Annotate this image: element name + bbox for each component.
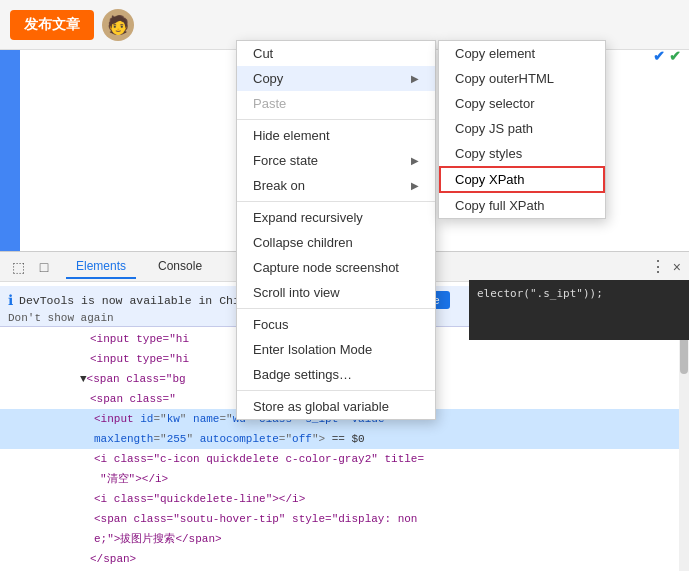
info-icon: ℹ xyxy=(8,292,13,309)
menu-item-paste[interactable]: Paste xyxy=(237,91,435,116)
device-icon[interactable]: □ xyxy=(34,257,54,277)
menu-separator xyxy=(237,390,435,391)
check-blue-icon: ✔ xyxy=(653,48,665,64)
cursor-icon[interactable]: ⬚ xyxy=(8,257,28,277)
arrow-right-icon: ▶ xyxy=(411,73,419,84)
scrollbar[interactable] xyxy=(679,312,689,571)
more-options-icon[interactable]: ⋮ xyxy=(650,257,665,276)
arrow-right-icon: ▶ xyxy=(411,180,419,191)
menu-item-copy-element[interactable]: Copy element xyxy=(439,41,605,66)
js-output: elector(".s_ipt")); xyxy=(469,280,689,340)
tab-console[interactable]: Console xyxy=(148,255,212,279)
check-green-icon: ✔ xyxy=(669,48,681,64)
menu-item-isolation-mode[interactable]: Enter Isolation Mode xyxy=(237,337,435,362)
menu-item-copy-xpath[interactable]: Copy XPath xyxy=(439,166,605,193)
copy-submenu: Copy element Copy outerHTML Copy selecto… xyxy=(438,40,606,219)
menu-item-focus[interactable]: Focus xyxy=(237,312,435,337)
publish-button[interactable]: 发布文章 xyxy=(10,10,94,40)
code-line: <i class="c-icon quickdelete c-color-gra… xyxy=(0,449,689,469)
code-line: e;">拔图片搜索</span> xyxy=(0,529,689,549)
menu-item-expand-recursively[interactable]: Expand recursively xyxy=(237,205,435,230)
code-line: "清空">​</i> xyxy=(0,469,689,489)
menu-item-badge-settings[interactable]: Badge settings… xyxy=(237,362,435,387)
menu-separator xyxy=(237,201,435,202)
devtools-toolbar-icons: ⬚ □ xyxy=(8,257,54,277)
menu-item-copy[interactable]: Copy ▶ xyxy=(237,66,435,91)
menu-item-break-on[interactable]: Break on ▶ xyxy=(237,173,435,198)
menu-item-force-state[interactable]: Force state ▶ xyxy=(237,148,435,173)
menu-item-collapse-children[interactable]: Collapse children xyxy=(237,230,435,255)
menu-item-store-global[interactable]: Store as global variable xyxy=(237,394,435,419)
arrow-right-icon: ▶ xyxy=(411,155,419,166)
menu-item-scroll-into-view[interactable]: Scroll into view xyxy=(237,280,435,305)
menu-item-cut[interactable]: Cut xyxy=(237,41,435,66)
close-devtools-icon[interactable]: × xyxy=(673,259,681,275)
devtools-top-icons: ⋮ × xyxy=(650,257,681,276)
check-marks: ✔ ✔ xyxy=(653,48,681,64)
menu-separator xyxy=(237,119,435,120)
avatar: 🧑 xyxy=(102,9,134,41)
menu-item-copy-full-xpath[interactable]: Copy full XPath xyxy=(439,193,605,218)
code-line-highlighted2: maxlength="255" autocomplete="off"> == $… xyxy=(0,429,689,449)
menu-separator xyxy=(237,308,435,309)
notification-text: DevTools is now available in Chine xyxy=(19,294,254,307)
code-line: <i class="quickdelete-line"></i> xyxy=(0,489,689,509)
menu-item-capture-screenshot[interactable]: Capture node screenshot xyxy=(237,255,435,280)
menu-item-copy-outerhtml[interactable]: Copy outerHTML xyxy=(439,66,605,91)
code-line: <span class="soutu-hover-tip" style="dis… xyxy=(0,509,689,529)
menu-item-copy-selector[interactable]: Copy selector xyxy=(439,91,605,116)
menu-item-copy-styles[interactable]: Copy styles xyxy=(439,141,605,166)
menu-item-copy-js-path[interactable]: Copy JS path xyxy=(439,116,605,141)
main-context-menu: Cut Copy ▶ Paste Hide element Force stat… xyxy=(236,40,436,420)
dont-show-link[interactable]: Don't show again xyxy=(8,312,114,324)
code-line: </span> xyxy=(0,549,689,569)
menu-item-hide-element[interactable]: Hide element xyxy=(237,123,435,148)
side-panel xyxy=(0,50,20,285)
tab-elements[interactable]: Elements xyxy=(66,255,136,279)
